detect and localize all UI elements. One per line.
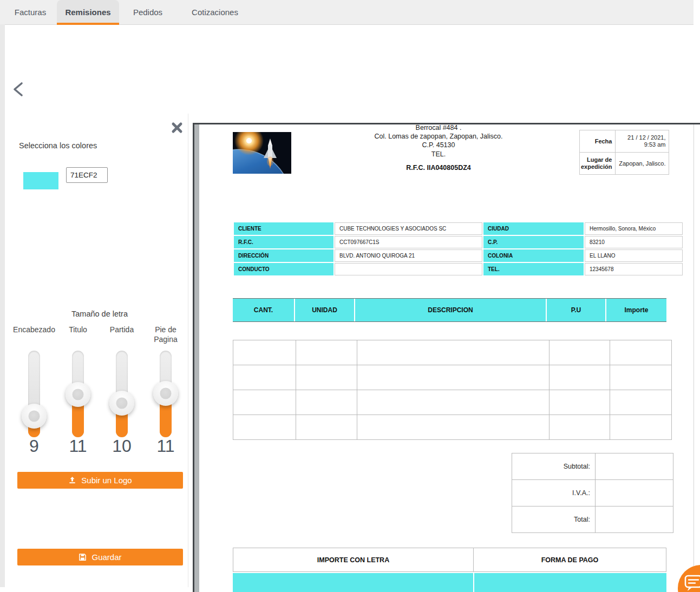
client-value: 12345678 (585, 263, 683, 275)
client-label: C.P. (483, 236, 584, 248)
items-header-importe: Importe (606, 299, 666, 321)
slider-partida: Partida 10 (100, 325, 143, 463)
item-cell (610, 365, 672, 390)
client-value: 83210 (585, 236, 683, 248)
client-row: CLIENTE CUBE TECHNOLOGIES Y ASOCIADOS SC… (234, 222, 683, 235)
client-value: CUBE TECHNOLOGIES Y ASOCIADOS SC (335, 222, 482, 235)
upload-logo-button[interactable]: Subir un Logo (17, 472, 183, 489)
client-label: CIUDAD (483, 222, 584, 235)
lugar-expedicion-value: Zapopan, Jalisco. (616, 153, 669, 175)
item-cell (357, 390, 549, 415)
client-value (335, 263, 482, 275)
subtotal-label: Subtotal: (512, 453, 596, 480)
items-header-unidad: UNIDAD (295, 299, 354, 321)
fecha-label: Fecha (580, 130, 616, 153)
slider-titulo: Titulo 11 (56, 325, 100, 463)
item-cell (610, 415, 672, 440)
save-label: Guardar (91, 552, 121, 562)
slider-label: Encabezado (12, 325, 56, 334)
font-size-title: Tamaño de letra (12, 310, 187, 318)
tab-facturas[interactable]: Facturas (6, 0, 54, 24)
slider-thumb[interactable] (153, 381, 178, 406)
chevron-left-icon (11, 81, 26, 97)
back-button[interactable] (11, 81, 26, 97)
iva-label: I.V.A.: (512, 480, 596, 507)
item-cell (296, 415, 357, 440)
item-cell (357, 365, 549, 390)
items-header-cant: CANT. (233, 299, 294, 321)
item-cell (357, 415, 549, 440)
items-empty-table (233, 340, 672, 440)
fecha-value: 21 / 12 / 2021, 9:53 am (616, 130, 669, 153)
total-value-cell (596, 507, 673, 533)
item-cell (296, 365, 357, 390)
client-value: Hermosillo, Sonora, México (585, 222, 683, 235)
slider-label: Titulo (56, 325, 100, 334)
client-row: CONDUCTO TEL. 12345678 (234, 263, 683, 275)
chat-bubble-icon (684, 574, 700, 592)
color-hex-input[interactable] (66, 167, 108, 183)
close-panel-button[interactable] (171, 122, 183, 134)
slider-value: 11 (144, 436, 187, 456)
slider-value: 11 (56, 436, 100, 456)
item-cell (549, 390, 610, 415)
item-cell (610, 340, 672, 365)
page-left-gutter (0, 24, 5, 587)
panel-right-divider (188, 114, 188, 587)
importe-con-letra-header: IMPORTE CON LETRA (233, 548, 474, 572)
select-colors-label: Selecciona los colores (19, 141, 97, 150)
upload-icon (68, 476, 76, 484)
slider-value: 9 (12, 436, 56, 456)
total-label: Total: (512, 507, 596, 533)
forma-de-pago-header: FORMA DE PAGO (474, 548, 666, 572)
slider-encabezado: Encabezado 9 (12, 325, 56, 463)
item-cell (233, 340, 296, 365)
client-value: CCT097667C1S (335, 236, 482, 248)
items-header-descripcion: DESCRIPCION (355, 299, 546, 321)
importe-con-letra-cell (233, 573, 473, 592)
item-cell (549, 415, 610, 440)
client-label: CONDUCTO (234, 263, 333, 275)
item-cell (233, 390, 296, 415)
item-row (233, 390, 672, 415)
close-icon (171, 122, 183, 134)
tab-pedidos[interactable]: Pedidos (125, 0, 171, 24)
lugar-expedicion-label: Lugar de expedición (580, 153, 616, 175)
footer-value-row (233, 573, 666, 592)
slider-thumb[interactable] (109, 391, 134, 416)
item-cell (357, 340, 549, 365)
upload-logo-label: Subir un Logo (81, 476, 132, 485)
save-button[interactable]: Guardar (17, 549, 183, 565)
client-label: R.F.C. (234, 236, 333, 248)
item-cell (610, 390, 672, 415)
preview-right-edge (694, 124, 694, 592)
tab-remisiones[interactable]: Remisiones (57, 0, 119, 24)
item-cell (233, 415, 296, 440)
iva-value-cell (596, 480, 673, 507)
floppy-icon (78, 553, 87, 561)
client-label: CLIENTE (234, 222, 333, 235)
footer-header-row: IMPORTE CON LETRA FORMA DE PAGO (233, 548, 666, 572)
item-cell (296, 340, 357, 365)
subtotal-value-cell (596, 453, 673, 480)
items-header-pu: P.U (547, 299, 605, 321)
slider-thumb[interactable] (22, 404, 47, 429)
client-row: R.F.C. CCT097667C1S C.P. 83210 (234, 236, 683, 248)
tab-bar: Facturas Remisiones Pedidos Cotizaciones (0, 0, 694, 25)
item-cell (549, 365, 610, 390)
preview-scrollbar[interactable] (194, 124, 199, 592)
item-cell (233, 365, 296, 390)
slider-label: Pie de Pagina (144, 325, 187, 344)
forma-de-pago-cell (474, 573, 666, 592)
color-swatch[interactable] (23, 172, 58, 189)
client-info-table: CLIENTE CUBE TECHNOLOGIES Y ASOCIADOS SC… (233, 221, 684, 277)
totals-table: Subtotal: I.V.A.: Total: (512, 453, 673, 533)
slider-thumb[interactable] (66, 382, 90, 407)
tab-cotizaciones[interactable]: Cotizaciones (185, 0, 245, 24)
client-row: DIRECCIÓN BLVD. ANTONIO QUIROGA 21 COLON… (234, 249, 683, 262)
item-row (233, 415, 672, 440)
slider-value: 10 (100, 436, 143, 456)
items-header-row: CANT. UNIDAD DESCRIPCION P.U Importe (233, 298, 666, 322)
item-cell (296, 390, 357, 415)
client-value: BLVD. ANTONIO QUIROGA 21 (335, 249, 482, 262)
